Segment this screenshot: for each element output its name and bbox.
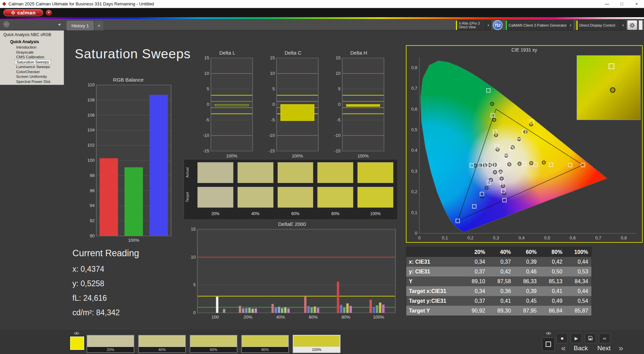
deltae2000-bar-7 (255, 308, 257, 313)
back-chevrons-icon[interactable]: « (561, 344, 566, 353)
table-header-row: 20%40%60%80%100% (406, 247, 591, 257)
svg-text:94: 94 (90, 203, 95, 208)
page-title: Saturation Sweeps (75, 47, 191, 61)
sidebar-item-cms-calibration[interactable]: CMS Calibration (15, 55, 46, 60)
svg-text:0: 0 (193, 310, 196, 315)
minimize-button[interactable]: — (600, 0, 614, 8)
eye-icon[interactable] (546, 330, 551, 336)
calman-logo[interactable]: calman (3, 9, 43, 16)
reading-x: x: 0,4374 (72, 265, 139, 274)
next-chevrons-icon[interactable]: » (619, 344, 623, 353)
pattern-window-button[interactable] (542, 337, 555, 351)
measured-point (481, 195, 484, 198)
svg-text:0: 0 (418, 235, 420, 240)
table-cell: 85,13 (540, 276, 566, 286)
measured-point (490, 102, 494, 106)
sidebar-item-colorchecker[interactable]: ColorChecker (15, 69, 41, 75)
meter-mode: Direct View (459, 25, 484, 29)
pattern-swatch-40%[interactable]: 40% (138, 334, 186, 353)
svg-text:-15: -15 (268, 148, 275, 153)
measured-point (500, 177, 503, 180)
actual-row-label: Actual (185, 162, 193, 183)
svg-text:0,8: 0,8 (411, 65, 417, 70)
deltae2000-bar-6 (252, 309, 254, 313)
svg-text:0,2: 0,2 (411, 189, 417, 194)
table-column-header: 80% (540, 247, 566, 257)
workflow-navigation: « Back Next » (558, 343, 626, 353)
svg-text:40%: 40% (276, 315, 285, 320)
navigation-sidebar: Quick Analysis NBC sRGB Quick Analysis I… (0, 30, 64, 85)
workflow-root-node[interactable]: Quick Analysis (0, 39, 64, 45)
save-button[interactable] (585, 333, 596, 343)
pattern-swatch-20%[interactable]: 20% (86, 334, 135, 353)
target-swatch-60% (278, 187, 314, 208)
deltae2000-bar-25 (373, 307, 375, 313)
logo-text: calman (17, 10, 36, 16)
svg-text:-10: -10 (203, 133, 209, 138)
table-cell: 90,92 (463, 306, 488, 316)
svg-text:0,5: 0,5 (544, 235, 550, 240)
deltae2000-bar-8 (271, 304, 274, 313)
table-cell: 89,10 (463, 276, 488, 286)
back-button[interactable]: Back (574, 345, 588, 352)
play-button[interactable]: ▶ (571, 333, 582, 343)
continuous-measure-button[interactable]: ∞ (599, 333, 610, 343)
table-column-header: 60% (514, 247, 540, 257)
svg-text:100%: 100% (292, 153, 303, 158)
meter-dropdown[interactable]: X-Rite i1Pro 3 Direct View ▼ (455, 20, 491, 30)
main-menu-button[interactable]: ▼ (46, 10, 52, 16)
pattern-swatch-100%[interactable]: 100% (292, 334, 341, 353)
svg-text:5: 5 (272, 86, 275, 91)
pattern-swatch-60%[interactable]: 60% (189, 334, 238, 353)
table-column-header: 100% (566, 247, 591, 257)
svg-text:108: 108 (87, 97, 95, 102)
add-tab-button[interactable]: + (95, 21, 103, 30)
svg-text:100%: 100% (357, 153, 369, 158)
meter-dropdown-label: X-Rite i1Pro 3 Direct View (457, 21, 486, 30)
sidebar-item-luminance-sweeps[interactable]: Luminance Sweeps (15, 64, 51, 69)
svg-text:0,1: 0,1 (411, 210, 417, 215)
sidebar-item-introduction[interactable]: Introduction (15, 45, 38, 50)
target-swatch-100% (357, 187, 393, 208)
sidebar-collapse-button[interactable]: ◄ (57, 22, 61, 26)
display-control-dropdown[interactable]: Direct Display Control ▼ (576, 20, 626, 30)
stop-button[interactable]: ■ (556, 333, 568, 343)
delta-l-chart: Delta L -15-10-5051015100% (199, 50, 255, 161)
delta-h-chart: Delta H -15-10-5051015100% (331, 50, 387, 161)
panel-menu-button[interactable]: ‹ (3, 21, 9, 27)
actual-swatch-80% (317, 162, 353, 183)
maximize-button[interactable]: □ (614, 0, 629, 8)
sidebar-item-saturation-sweeps[interactable]: Saturation Sweeps (15, 60, 51, 65)
current-pattern-swatch[interactable] (70, 336, 84, 350)
settings-button[interactable] (627, 20, 637, 30)
next-button[interactable]: Next (598, 345, 611, 352)
table-cell: 0,37 (463, 267, 488, 276)
table-cell: 0,42 (488, 267, 514, 276)
svg-text:-15: -15 (203, 148, 209, 153)
reading-x-label: x: (72, 265, 78, 273)
svg-text:10: 10 (204, 71, 209, 76)
chart-title: Delta C (265, 50, 321, 56)
table-row: x: CIE310,340,370,390,420,44 (406, 257, 591, 267)
svg-text:15: 15 (191, 227, 196, 232)
pattern-source-dropdown[interactable]: CalMAN Client 3 Pattern Generator ▼ (505, 20, 573, 30)
floppy-icon (588, 336, 593, 341)
sidebar-item-screen-uniformity[interactable]: Screen Uniformity (15, 74, 48, 79)
close-button[interactable]: × (629, 0, 644, 8)
toolbar-overflow-button[interactable] (639, 20, 643, 30)
calman-diamond-icon (11, 10, 15, 15)
svg-text:5: 5 (338, 86, 341, 91)
sidebar-item-spectral-power-dist-[interactable]: Spectral Power Dist. (15, 79, 53, 84)
meter-count-badge[interactable]: 712 (493, 20, 503, 30)
deltae2000-bar-12 (284, 307, 287, 313)
reading-x-value: 0,4374 (80, 265, 104, 273)
svg-text:10: 10 (191, 255, 196, 260)
pattern-swatch-color (87, 335, 134, 347)
chevron-down-icon: ▼ (47, 11, 50, 14)
svg-text:0,3: 0,3 (493, 235, 499, 240)
tab-history-1[interactable]: History 1 (67, 21, 94, 30)
sidebar-item-grayscale[interactable]: Grayscale (15, 50, 35, 55)
pattern-swatch-80%[interactable]: 80% (241, 334, 289, 353)
deltae2000-bar-1 (223, 309, 225, 313)
svg-text:15: 15 (204, 56, 209, 60)
